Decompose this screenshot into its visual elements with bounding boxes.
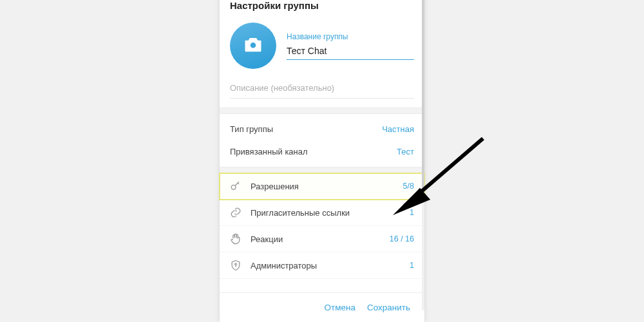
reactions-item[interactable]: Реакции16 / 16 [220,226,424,252]
link-icon [229,205,243,220]
stage: Настройки группы Название группы Тип гру… [0,0,644,322]
photo-name-row: Название группы [220,14,424,80]
group-settings-panel: Настройки группы Название группы Тип гру… [220,0,424,322]
menu-item-value: 5/8 [403,182,417,191]
linked-channel-row[interactable]: Привязанный каналТест [220,140,424,163]
menu-item-value: 1 [410,208,417,217]
menu-section: Разрешения5/8Пригласительные ссылки1Реак… [220,173,424,279]
group-type-row[interactable]: Тип группыЧастная [220,118,424,140]
description-row [220,80,424,108]
info-key: Тип группы [230,124,273,134]
save-button[interactable]: Сохранить [367,303,410,312]
panel-title: Настройки группы [220,0,424,14]
key-icon [229,179,243,193]
group-name-input[interactable] [287,44,414,60]
description-input[interactable] [230,80,414,99]
svg-point-2 [231,185,236,189]
menu-item-label: Разрешения [251,182,395,191]
menu-item-label: Реакции [251,234,382,244]
scrollbar[interactable] [422,0,424,310]
section-separator [220,167,424,173]
menu-item-value: 1 [410,261,417,270]
info-value: Частная [382,124,414,134]
info-value: Тест [397,147,414,156]
group-name-label: Название группы [287,32,414,41]
hand-icon [229,232,243,246]
camera-icon [243,36,263,55]
permissions-item[interactable]: Разрешения5/8 [220,173,424,200]
section-separator [220,108,424,114]
svg-point-3 [235,263,237,265]
shield-icon [229,258,243,272]
scroll-thumb[interactable] [422,0,424,188]
menu-item-label: Пригласительные ссылки [251,208,402,218]
menu-item-label: Администраторы [251,261,402,270]
menu-item-value: 16 / 16 [390,234,417,243]
group-photo-button[interactable] [230,23,276,69]
info-section: Тип группыЧастнаяПривязанный каналТест [220,114,424,167]
footer-bar: Отмена Сохранить [220,292,424,322]
invite-links-item[interactable]: Пригласительные ссылки1 [220,200,424,226]
administrators-item[interactable]: Администраторы1 [220,252,424,279]
cancel-button[interactable]: Отмена [324,303,355,312]
info-key: Привязанный канал [230,147,308,156]
